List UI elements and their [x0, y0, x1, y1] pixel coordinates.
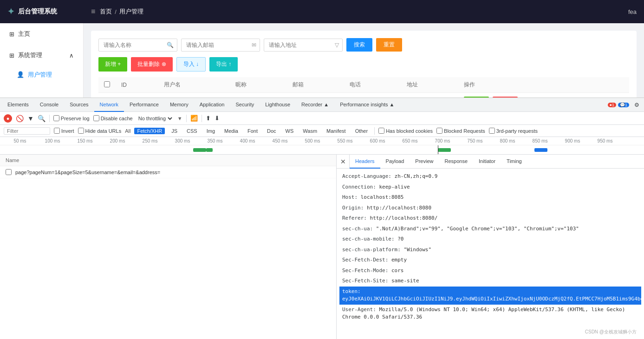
separator2: [186, 115, 187, 122]
hide-data-urls-checkbox[interactable]: Hide data URLs: [78, 128, 122, 134]
breadcrumb-current: 用户管理: [119, 7, 143, 16]
header-key: Sec-Fetch-Site:: [342, 278, 388, 284]
header-row: sec-ch-ua: ".Not/A)Brand";v="99", "Googl…: [342, 224, 638, 235]
search-name-icon: 🔍: [167, 42, 174, 48]
header-key: sec-ch-ua-platform:: [342, 247, 401, 253]
detail-tab-headers[interactable]: Headers: [350, 155, 380, 169]
blocked-cookies-checkbox[interactable]: Has blocked cookies: [378, 128, 433, 134]
separator3: [202, 115, 202, 122]
tl-650: 650 ms: [394, 138, 426, 143]
breadcrumb: ≡ 首页 / 用户管理: [91, 7, 628, 16]
filter-ws[interactable]: WS: [283, 128, 297, 134]
wifi-icon[interactable]: 📶: [190, 115, 198, 122]
header-row: Accept-Language: zh-CN,zh;q=0.9: [342, 171, 638, 182]
filter-doc[interactable]: Doc: [264, 128, 279, 134]
filter-fetch-xhr[interactable]: Fetch/XHR: [134, 128, 165, 134]
filter-manifest[interactable]: Manifest: [324, 128, 349, 134]
network-list-item[interactable]: page?pageNum=1&pageSize=5&username=&emai…: [0, 166, 336, 178]
throttling-select[interactable]: No throttling: [137, 115, 174, 122]
toolbar: 新增 + 批量删除 ⊗ 导入 ↓ 导出 ↑: [98, 57, 629, 72]
invert-checkbox[interactable]: Invert: [54, 128, 74, 134]
tab-recorder[interactable]: Recorder ▲: [296, 98, 334, 112]
detail-tab-preview[interactable]: Preview: [410, 155, 439, 169]
search-icon[interactable]: 🔍: [38, 115, 46, 122]
tab-lighthouse[interactable]: Lighthouse: [260, 98, 296, 112]
filter-other[interactable]: Other: [352, 128, 371, 134]
tab-memory[interactable]: Memory: [164, 98, 194, 112]
add-button[interactable]: 新增 +: [98, 57, 127, 72]
header-user: fea: [628, 8, 637, 15]
cell-email: fea: [287, 93, 344, 98]
header-row: Host: localhost:8085: [342, 192, 638, 203]
download-icon[interactable]: ⬇: [215, 115, 220, 122]
home-icon: ⊞: [9, 31, 14, 38]
filter-bar: Invert Hide data URLs All Fetch/XHR JS C…: [0, 125, 644, 137]
select-all-checkbox[interactable]: [104, 81, 110, 87]
detail-close-button[interactable]: ✕: [337, 155, 350, 169]
detail-tab-payload[interactable]: Payload: [380, 155, 410, 169]
batch-delete-button[interactable]: 批量删除 ⊗: [131, 57, 172, 72]
import-button[interactable]: 导入 ↓: [176, 57, 206, 72]
filter-icon[interactable]: ▼: [27, 115, 34, 122]
search-button[interactable]: 搜索: [346, 38, 372, 52]
devtools-panel: Elements Console Sources Network Perform…: [0, 98, 644, 339]
name-search-input[interactable]: [98, 39, 177, 52]
col-phone: 电话: [344, 77, 401, 93]
name-search-wrap: 🔍: [98, 39, 177, 52]
sidebar-item-home[interactable]: ⊞ 主页: [0, 23, 83, 45]
record-button[interactable]: ●: [4, 114, 12, 123]
filter-css[interactable]: CSS: [184, 128, 200, 134]
sidebar-item-user[interactable]: 👤 用户管理: [0, 66, 83, 84]
detail-tab-initiator[interactable]: Initiator: [473, 155, 501, 169]
network-list-header: Name: [0, 155, 336, 166]
tl-300: 300 ms: [166, 138, 199, 143]
blocked-requests-checkbox[interactable]: Blocked Requests: [436, 128, 485, 134]
header-val: eyJ0eXAiOiJKV1QiLCJhbGciOiJIUzI1NiJ9.eyJ…: [342, 296, 644, 302]
header-key: Origin:: [342, 205, 364, 211]
disable-cache-checkbox[interactable]: Disable cache: [93, 115, 133, 121]
tab-elements[interactable]: Elements: [2, 98, 34, 112]
tl-850: 850 ms: [524, 138, 556, 143]
tab-network[interactable]: Network: [94, 98, 124, 112]
breadcrumb-separator: /: [115, 8, 117, 15]
address-search-input[interactable]: [264, 39, 343, 52]
tab-performance-insights[interactable]: Performance insights ▲: [334, 98, 400, 112]
header-key: Host:: [342, 194, 358, 200]
disable-cache-input[interactable]: [93, 115, 99, 121]
tab-security[interactable]: Security: [230, 98, 260, 112]
message-badge: 💬1: [618, 103, 629, 107]
tab-performance[interactable]: Performance: [124, 98, 164, 112]
filter-media[interactable]: Media: [221, 128, 241, 134]
clear-button[interactable]: 🚫: [16, 115, 24, 122]
cell-nickname: fea: [230, 93, 287, 98]
preserve-log-input[interactable]: [53, 115, 59, 121]
filter-js[interactable]: JS: [169, 128, 180, 134]
upload-icon[interactable]: ⬆: [206, 115, 211, 122]
request-checkbox[interactable]: [6, 169, 12, 175]
export-button[interactable]: 导出 ↑: [209, 57, 238, 72]
detail-content: Accept-Language: zh-CN,zh;q=0.9Connectio…: [337, 169, 644, 339]
header-val: ?0: [397, 236, 403, 242]
filter-font[interactable]: Font: [245, 128, 260, 134]
email-search-input[interactable]: [181, 39, 260, 52]
waterfall-bar-2: [206, 148, 213, 152]
sidebar-user-label: 用户管理: [28, 71, 52, 78]
tab-sources[interactable]: Sources: [64, 98, 94, 112]
reset-button[interactable]: 重置: [376, 38, 402, 52]
detail-tab-timing[interactable]: Timing: [501, 155, 527, 169]
sidebar-item-system[interactable]: ⊞ 系统管理 ∧: [0, 45, 83, 66]
tab-application[interactable]: Application: [194, 98, 230, 112]
breadcrumb-home[interactable]: 首页: [100, 7, 112, 16]
header-val: Mozilla/5.0 (Windows NT 10.0; Win64; x64…: [342, 306, 625, 320]
third-party-checkbox[interactable]: 3rd-party requests: [489, 128, 538, 134]
filter-input[interactable]: [4, 127, 50, 135]
filter-wasm[interactable]: Wasm: [300, 128, 320, 134]
tl-900: 900 ms: [556, 138, 589, 143]
preserve-log-checkbox[interactable]: Preserve log: [53, 115, 90, 121]
header-key: User-Agent:: [342, 306, 376, 313]
filter-img[interactable]: Img: [204, 128, 218, 134]
tab-console[interactable]: Console: [34, 98, 64, 112]
error-badge: ●1: [608, 103, 616, 107]
settings-icon[interactable]: ⚙: [631, 99, 642, 111]
detail-tab-response[interactable]: Response: [439, 155, 473, 169]
